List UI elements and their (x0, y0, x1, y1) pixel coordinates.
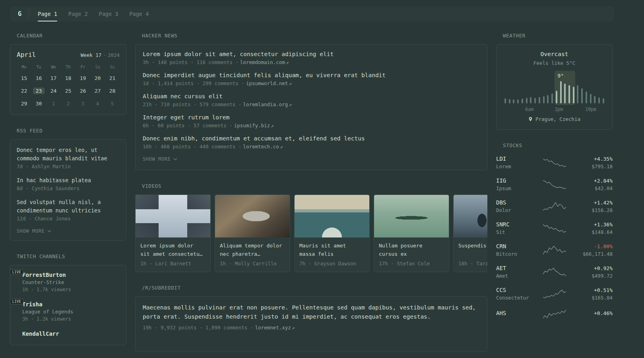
rss-show-more-button[interactable]: SHOW MORE (17, 228, 120, 234)
hacker-news-item-title[interactable]: Aliquam nec cursus elit (143, 93, 480, 99)
rss-item-title[interactable]: Donec tempor eros leo, ut commodo mauris… (17, 146, 120, 163)
video-thumbnail[interactable] (295, 195, 369, 237)
stock-row[interactable]: SNRC Sit +1.36% $148.64 (496, 221, 613, 235)
stock-change: +1.42% (567, 200, 613, 206)
video-thumbnail[interactable] (374, 195, 449, 237)
stock-row[interactable]: DBS Dolor +1.42% $156.28 (496, 199, 613, 213)
calendar-day: 22 (17, 87, 31, 95)
video-card[interactable]: Mauris sit amet massa felis 7h · Grayson… (294, 195, 370, 272)
chevron-down-icon (47, 230, 51, 232)
top-navbar: G Page 1 Page 2 Page 3 Page 4 (10, 6, 614, 21)
rss-card: Donec tempor eros leo, ut commodo mauris… (10, 139, 126, 241)
stock-row[interactable]: CCS Consectetur +0.51% $165.84 (496, 287, 613, 301)
stock-right: -1.00% $66,171.48 (567, 243, 613, 257)
twitch-channel-name[interactable]: KendallCarr (22, 331, 59, 337)
nav-tab[interactable]: Page 4 (129, 6, 149, 21)
video-card[interactable]: Nullam posuere cursus ex 17h · Stefan Co… (374, 195, 449, 272)
nav-tab[interactable]: Page 3 (99, 6, 118, 21)
hacker-news-item-domain[interactable]: loremdomain.com↗ (240, 59, 289, 65)
hacker-news-item-domain[interactable]: ipsumify.biz↗ (234, 123, 274, 128)
subreddit-post-domain[interactable]: loremnet.xyz↗ (255, 325, 295, 331)
twitch-channel-game: League of Legends (22, 309, 73, 315)
rss-item-title[interactable]: Sed volutpat nulla nisl, a condimentum n… (17, 198, 120, 215)
stock-row[interactable]: LDI Lorem +4.35% $795.18 (496, 156, 613, 169)
stock-sparkline (542, 267, 567, 277)
external-link-icon: ↗ (280, 144, 283, 150)
video-title[interactable]: Lorem ipsum dolor sit amet consectetu… (140, 242, 206, 258)
weather-widget: WEATHER Overcast Feels like 5°C 9° 6am2p… (496, 33, 613, 130)
calendar-day: 25 (61, 87, 76, 95)
video-thumbnail[interactable] (136, 195, 210, 237)
video-card[interactable]: Lorem ipsum dolor sit amet consectetu… 1… (135, 195, 211, 272)
twitch-channel-name[interactable]: ForrestBurton (22, 272, 71, 278)
video-thumbnail[interactable] (215, 195, 290, 237)
hacker-news-header: HACKER NEWS (142, 33, 487, 39)
stock-name: Sit (496, 229, 542, 235)
calendar-head: April Week 17·2024 (17, 51, 120, 58)
calendar-day: 20 (90, 74, 105, 82)
stock-sparkline (542, 289, 567, 299)
subreddit-post-title[interactable]: Maecenas mollis pulvinar erat non posuer… (143, 303, 480, 321)
stock-ticker: CCS (496, 287, 542, 293)
weather-location-text: Prague, Czechia (535, 116, 580, 122)
video-thumbnail[interactable] (454, 195, 487, 237)
stock-row[interactable]: IIG Ipsum +2.84% $42.04 (496, 177, 613, 191)
nav-tabs: Page 1 Page 2 Page 3 Page 4 (38, 6, 160, 21)
stock-change: +0.92% (567, 265, 613, 271)
video-title[interactable]: Nullam posuere cursus ex (379, 242, 444, 258)
twitch-channel-info: ForrestBurton Counter-Strike 1h · 1.7k v… (22, 272, 71, 292)
twitch-channel-meta: 1h · 1.7k viewers (22, 287, 71, 292)
video-body: Lorem ipsum dolor sit amet consectetu… 1… (136, 237, 210, 272)
hacker-news-item-title[interactable]: Donec imperdiet augue tincidunt felis al… (143, 72, 480, 78)
app-logo[interactable]: G (18, 10, 21, 18)
stock-sparkline (542, 158, 567, 168)
hacker-news-item-title[interactable]: Donec enim nibh, condimentum et accumsan… (143, 135, 480, 142)
hacker-news-item-domain[interactable]: loremtech.co↗ (243, 144, 283, 150)
rss-item-title[interactable]: In hac habitasse platea (17, 176, 120, 185)
rss-list: Donec tempor eros leo, ut commodo mauris… (17, 146, 120, 222)
stock-price: $156.28 (567, 207, 613, 213)
video-card[interactable]: Suspendis diam 18h · Tara (453, 195, 487, 272)
twitch-card: LIVE ForrestBurton Counter-Strike 1h · 1… (10, 265, 126, 345)
stock-row[interactable]: AHS +0.46% (496, 309, 613, 319)
video-card[interactable]: Aliquam tempor dolor nec pharetra… 1h · … (215, 195, 290, 272)
twitch-channel-item[interactable]: LIVE ForrestBurton Counter-Strike 1h · 1… (17, 272, 120, 292)
stock-price: $42.04 (567, 185, 613, 191)
location-pin-icon (528, 117, 533, 122)
twitch-channel-item[interactable]: LIVE Trisha League of Legends 3h · 1.2k … (17, 301, 120, 322)
stock-price: $148.64 (567, 229, 613, 235)
stock-row[interactable]: AET Amet +0.92% $499.72 (496, 265, 613, 279)
calendar-day: 30 (31, 99, 46, 107)
calendar-day: 19 (76, 74, 90, 82)
hacker-news-item-domain[interactable]: ipsumworld.net↗ (246, 80, 292, 86)
videos-row: Lorem ipsum dolor sit amet consectetu… 1… (135, 195, 487, 272)
calendar-year: 2024 (108, 52, 120, 58)
video-title[interactable]: Mauris sit amet massa felis (299, 242, 365, 258)
rss-item-meta: 8d · Cynthia Saunders (17, 185, 120, 191)
twitch-header: TWITCH CHANNELS (17, 253, 126, 259)
twitch-channel-meta: 3h · 1.2k viewers (22, 316, 73, 322)
twitch-channel-name[interactable]: Trisha (22, 301, 73, 307)
nav-tab[interactable]: Page 1 (38, 6, 57, 21)
hacker-news-item: Aliquam nec cursus elit 21h · 710 points… (143, 93, 480, 107)
nav-tab[interactable]: Page 2 (68, 6, 88, 21)
video-title[interactable]: Suspendis diam (458, 242, 487, 258)
calendar-dayname: Fr (76, 65, 90, 69)
twitch-channel-item[interactable]: KendallCarr (17, 331, 120, 339)
calendar-day: 1 (46, 99, 61, 107)
hacker-news-item-title[interactable]: Integer eget rutrum lorem (143, 114, 480, 121)
hacker-news-item-stats: 3h · 148 points · 116 comments · (143, 59, 239, 65)
hacker-news-item: Lorem ipsum dolor sit amet, consectetur … (143, 51, 480, 65)
hacker-news-item-domain[interactable]: loremlandia.org↗ (243, 101, 291, 107)
weather-x-labels: 6am2pm10pm (504, 107, 604, 112)
hacker-news-show-more-button[interactable]: SHOW MORE (143, 156, 480, 162)
stock-sparkline (542, 223, 567, 233)
video-title[interactable]: Aliquam tempor dolor nec pharetra… (220, 242, 285, 258)
stock-change: +2.84% (567, 178, 613, 184)
hacker-news-item-title[interactable]: Lorem ipsum dolor sit amet, consectetur … (143, 51, 480, 57)
stock-left: AET Amet (496, 265, 542, 279)
calendar-dayname: Mo (17, 65, 31, 69)
stock-row[interactable]: CRN Bitcorn -1.00% $66,171.48 (496, 243, 613, 257)
stock-right: +4.35% $795.18 (567, 156, 613, 169)
stock-right: +0.92% $499.72 (567, 265, 613, 279)
